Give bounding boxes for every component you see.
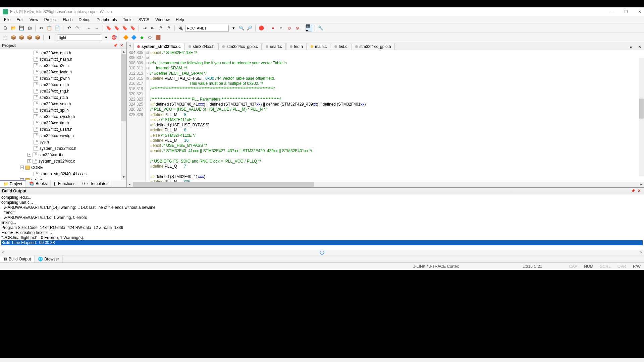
tree-item[interactable]: system_stm32f4xx.h: [0, 145, 126, 152]
menu-project[interactable]: Project: [42, 17, 59, 23]
uncomment-icon[interactable]: //: [165, 25, 172, 32]
comment-icon[interactable]: //: [157, 25, 164, 32]
manage5-icon[interactable]: 🟫: [155, 34, 161, 41]
bookmark-clear-icon[interactable]: 🔖: [129, 25, 136, 32]
panel-close-icon[interactable]: ✕: [119, 43, 124, 48]
menu-edit[interactable]: Edit: [14, 17, 26, 23]
build-line[interactable]: compiling led.c...: [1, 195, 643, 200]
tree-item[interactable]: stm32f4xx_rng.h: [0, 88, 126, 94]
vscroll-thumb[interactable]: [639, 99, 644, 119]
menu-peripherals[interactable]: Peripherals: [94, 17, 120, 23]
tree-item[interactable]: stm32f4xx_wwdg.h: [0, 132, 126, 139]
editor-tab[interactable]: stm32f4xx_gpio.c: [218, 43, 261, 50]
build-line[interactable]: Program Size: Code=1484 RO-data=424 RW-d…: [1, 225, 643, 230]
menu-file[interactable]: File: [1, 17, 13, 23]
rebuild-icon[interactable]: 📦: [18, 34, 25, 41]
editor-tab[interactable]: usart.c: [262, 43, 286, 50]
batch-build-icon[interactable]: 📦: [26, 34, 33, 41]
tree-item[interactable]: stm32f4xx_syscfg.h: [0, 113, 126, 120]
editor-tab[interactable]: stm32f4xx_gpio.h: [352, 43, 395, 50]
expander-icon[interactable]: +: [20, 178, 24, 180]
translate-icon[interactable]: ⬚: [2, 34, 9, 41]
tree-scrollbar[interactable]: ▲ ▼: [121, 49, 126, 180]
tab-close-icon[interactable]: ✕: [635, 44, 644, 50]
tab-templates[interactable]: 0→Templates: [79, 180, 112, 187]
tree-item[interactable]: −CORE: [0, 164, 126, 171]
tree-item[interactable]: stm32f4xx_pwr.h: [0, 75, 126, 81]
cut-icon[interactable]: ✂: [38, 25, 45, 32]
new-file-icon[interactable]: 🗋: [2, 25, 9, 32]
tree-item[interactable]: stm32f4xx_i2c.h: [0, 62, 126, 69]
target-select[interactable]: [58, 34, 101, 41]
build-hscroll[interactable]: < >: [0, 250, 644, 255]
find-icon[interactable]: 🔍: [238, 25, 245, 32]
editor-tab[interactable]: led.h: [286, 43, 307, 50]
menu-view[interactable]: View: [27, 17, 41, 23]
tree-item[interactable]: stm32f4xx_hash.h: [0, 56, 126, 62]
pin-icon[interactable]: 📌: [112, 44, 119, 47]
save-all-icon[interactable]: 🗂: [26, 25, 33, 32]
editor-tab[interactable]: led.c: [331, 43, 351, 50]
build-line[interactable]: "..\OBJ\uartlight.axf" - 0 Error(s), 1 W…: [1, 235, 643, 240]
bookmark-prev-icon[interactable]: 🔖: [113, 25, 120, 32]
build-line[interactable]: #endif: [1, 210, 643, 215]
editor-tab[interactable]: system_stm32f4xx.c: [133, 43, 184, 50]
tab-build-output[interactable]: 🖥Build Output: [0, 255, 35, 262]
expander-icon[interactable]: +: [28, 159, 31, 163]
bookmark-next-icon[interactable]: 🔖: [121, 25, 128, 32]
redo-icon[interactable]: ↷: [74, 25, 80, 32]
build-pin-icon[interactable]: 📌: [630, 189, 636, 193]
tab-books[interactable]: 📚Books: [26, 180, 50, 187]
menu-flash[interactable]: Flash: [60, 17, 75, 23]
outdent-icon[interactable]: ⇤: [149, 25, 156, 32]
bookmark-icon[interactable]: 🔖: [105, 25, 112, 32]
editor-tab[interactable]: stm32f4xx.h: [185, 43, 218, 50]
debug-icon[interactable]: 🔴: [258, 25, 265, 32]
configure-icon[interactable]: 🔧: [317, 25, 324, 32]
target-options-icon[interactable]: 🎯: [111, 34, 117, 41]
tree-item[interactable]: sys.h: [0, 139, 126, 145]
fold-column[interactable]: ⊟ ⊟ ⊟ ⊟ - ⊟: [146, 50, 150, 182]
window-layout-icon[interactable]: ▦ ▾: [306, 25, 312, 32]
build-close-icon[interactable]: ✕: [636, 189, 642, 193]
paste-icon[interactable]: 📄: [54, 25, 61, 32]
download-icon[interactable]: ⬇: [46, 34, 53, 41]
code-area[interactable]: 304 305 306 307 308 309 310 311 312 313 …: [127, 50, 644, 182]
tab-browser[interactable]: 🌐Browser: [35, 255, 63, 262]
build-output-text[interactable]: compiling led.c...compiling uart.c.....\…: [0, 194, 644, 250]
find-files-icon[interactable]: 🔎: [246, 25, 253, 32]
menu-window[interactable]: Window: [153, 17, 172, 23]
breakpoint-icon[interactable]: ●: [270, 25, 276, 32]
tree-item[interactable]: stm32f4xx_tim.h: [0, 120, 126, 126]
close-button[interactable]: ✕: [638, 9, 641, 14]
target-dropdown-icon[interactable]: ▾: [103, 34, 109, 41]
tree-item[interactable]: stm32f4xx_spi.h: [0, 107, 126, 113]
tab-list-dropdown[interactable]: ▼: [627, 45, 635, 50]
menu-help[interactable]: Help: [173, 17, 187, 23]
manage2-icon[interactable]: 🔷: [130, 34, 137, 41]
hscroll-right-icon[interactable]: >: [640, 250, 642, 255]
indent-icon[interactable]: ⇥: [141, 25, 148, 32]
tab-functions[interactable]: {}Functions: [51, 180, 79, 187]
manage4-icon[interactable]: ◇: [147, 34, 153, 41]
undo-icon[interactable]: ↶: [66, 25, 72, 32]
hscroll-right-icon[interactable]: ►: [639, 183, 644, 186]
hscroll-thumb[interactable]: [133, 182, 314, 187]
tree-item[interactable]: stm32f4xx_rcc.h: [0, 81, 126, 88]
code-text[interactable]: #endif /* STM32F411xE */ /*!< Uncomment …: [150, 50, 644, 182]
stop-build-icon[interactable]: 📦: [34, 34, 41, 41]
build-icon[interactable]: 📦: [10, 34, 17, 41]
copy-icon[interactable]: 📋: [46, 25, 53, 32]
build-line[interactable]: ..\HARDWARE\UART\uart.c: 1 warning, 0 er…: [1, 215, 643, 220]
minimize-button[interactable]: —: [610, 9, 614, 14]
nav-back-icon[interactable]: ←: [86, 25, 92, 32]
tree-item[interactable]: stm32f4xx_rtc.h: [0, 94, 126, 101]
device-icon[interactable]: 🔌: [177, 25, 184, 32]
tree-item[interactable]: stm32f4xx_usart.h: [0, 126, 126, 132]
breakpoint-kill-icon[interactable]: ⊘: [286, 25, 292, 32]
tree-item[interactable]: startup_stm32f40_41xxx.s: [0, 171, 126, 177]
manage3-icon[interactable]: ◆: [139, 34, 145, 41]
tab-project[interactable]: 📁Project: [0, 180, 26, 187]
scroll-thumb[interactable]: [121, 54, 126, 121]
build-line[interactable]: ..\HARDWARE\UART\uart.h(14): warning: #1…: [1, 205, 643, 210]
